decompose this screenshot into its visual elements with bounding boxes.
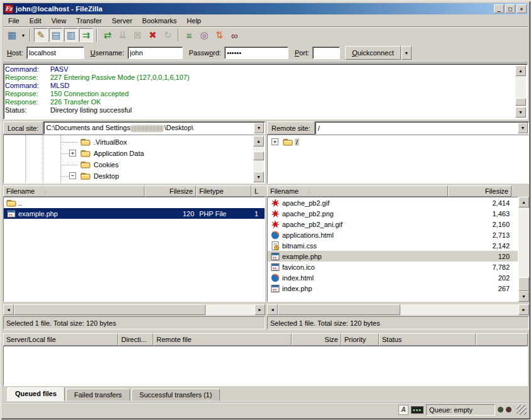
menu-edit[interactable]: Edit xyxy=(25,16,47,26)
remote-site-pane: Remote site: / ▼ +/ xyxy=(267,121,529,184)
tab-failed-transfers[interactable]: Failed transfers xyxy=(66,389,130,401)
remote-file-list: Filename▵Filesize apache_pb2.gif2,414apa… xyxy=(267,185,529,329)
file-row-applications-html[interactable]: applications.html2,713 xyxy=(268,229,518,240)
column-header-filename[interactable]: Filename▵ xyxy=(267,185,448,197)
column-header-filetype[interactable]: Filetype xyxy=(196,185,251,197)
local-site-dropdown-icon[interactable]: ▼ xyxy=(254,123,264,133)
remote-tree-root[interactable]: +/ xyxy=(269,136,527,148)
queue-column-status[interactable]: Status xyxy=(379,333,476,346)
collapse-icon[interactable]: − xyxy=(69,172,76,179)
local-list-hscrollbar[interactable]: ◄ ► xyxy=(3,304,265,315)
title-bar[interactable]: Fz john@localhost - FileZilla _ □ ✕ xyxy=(3,3,528,14)
minimize-button[interactable]: _ xyxy=(494,4,504,13)
folder-icon xyxy=(80,137,90,147)
file-row-bitnami-css[interactable]: bitnami.css2,142 xyxy=(268,240,518,251)
file-row--[interactable]: .. xyxy=(4,197,265,208)
queue-column-directi-[interactable]: Directi... xyxy=(118,333,153,346)
close-button[interactable]: ✕ xyxy=(517,4,527,13)
column-header-filesize[interactable]: Filesize xyxy=(448,185,512,197)
local-file-rows[interactable]: ..example.php120PHP File1 xyxy=(3,197,265,302)
toggle-queue-icon[interactable]: ⇉ xyxy=(79,28,93,42)
folder-icon xyxy=(80,148,90,158)
php-file-icon xyxy=(270,284,280,294)
file-row-example-php[interactable]: example.php120 xyxy=(268,251,518,262)
queue-tabs: Queued filesFailed transfersSuccessful t… xyxy=(3,387,528,402)
datatype-ascii-icon[interactable]: A xyxy=(398,405,408,415)
file-row-apache-pb2-ani-gif[interactable]: apache_pb2_ani.gif2,160 xyxy=(268,219,518,229)
remote-directory-tree[interactable]: +/ xyxy=(267,135,529,184)
queue-header: Server/Local fileDirecti...Remote fileSi… xyxy=(3,333,528,346)
username-input[interactable] xyxy=(128,47,183,59)
folder-icon xyxy=(80,160,90,170)
toggle-remote-tree-icon[interactable]: ▥ xyxy=(64,28,78,42)
quickconnect-dropdown[interactable]: ▼ xyxy=(402,46,412,60)
filter-icon[interactable]: ≡ xyxy=(182,28,196,42)
compare-icon[interactable]: ◎ xyxy=(197,28,211,42)
queue-column-server-local-file[interactable]: Server/Local file xyxy=(3,333,118,346)
folder-icon xyxy=(80,171,90,181)
image-file-icon xyxy=(270,219,280,229)
expand-icon[interactable]: + xyxy=(271,138,278,145)
remote-site-label: Remote site: xyxy=(267,121,315,135)
find-files-icon[interactable]: ∞ xyxy=(227,28,241,42)
column-header-filename[interactable]: Filename▵ xyxy=(3,185,145,197)
maximize-button[interactable]: □ xyxy=(505,4,515,13)
file-row-example-php[interactable]: example.php120PHP File1 xyxy=(4,208,265,219)
tree-item-desktop[interactable]: −Desktop xyxy=(4,170,253,182)
menu-bookmarks[interactable]: Bookmarks xyxy=(137,16,182,26)
toggle-local-tree-icon[interactable]: ▤ xyxy=(49,28,63,42)
remote-site-combobox[interactable]: / ▼ xyxy=(315,121,529,135)
password-input[interactable] xyxy=(224,47,288,59)
local-status-text: Selected 1 file. Total size: 120 bytes xyxy=(3,316,265,329)
tree-item--virtualbox[interactable]: .VirtualBox xyxy=(4,136,253,148)
menu-server[interactable]: Server xyxy=(107,16,137,26)
menu-view[interactable]: View xyxy=(47,16,72,26)
queue-column-priority[interactable]: Priority xyxy=(341,333,379,346)
tree-item-application-data[interactable]: +Application Data xyxy=(4,148,253,159)
tab-queued-files[interactable]: Queued files xyxy=(7,387,65,401)
remote-list-scrollbar[interactable]: ▲ ▼ xyxy=(518,197,529,302)
expand-icon[interactable]: + xyxy=(69,150,76,157)
toolbar-separator xyxy=(96,29,97,41)
menu-help[interactable]: Help xyxy=(182,16,206,26)
tab-successful-transfers-1-[interactable]: Successful transfers (1) xyxy=(131,389,221,401)
site-manager-icon[interactable]: ▦ xyxy=(5,28,19,42)
quickconnect-button[interactable]: Quickconnect xyxy=(345,46,401,60)
toggle-log-icon[interactable]: ✎ xyxy=(34,28,48,42)
menu-file[interactable]: File xyxy=(3,16,25,26)
refresh-icon[interactable]: ⇄ xyxy=(101,28,114,42)
remote-site-dropdown-icon[interactable]: ▼ xyxy=(518,123,528,133)
site-manager-icon-dropdown[interactable]: ▼ xyxy=(19,28,27,42)
speed-limits-icon[interactable]: ▪▪▪ xyxy=(411,406,424,414)
resize-grip[interactable] xyxy=(517,405,527,415)
host-input[interactable] xyxy=(26,47,84,59)
reconnect-icon[interactable]: ↻ xyxy=(161,28,175,42)
local-directory-tree[interactable]: .VirtualBox+Application DataCookies−Desk… xyxy=(3,135,265,184)
folder-icon xyxy=(283,137,293,147)
file-row-apache-pb2-gif[interactable]: apache_pb2.gif2,414 xyxy=(268,197,518,208)
menu-transfer[interactable]: Transfer xyxy=(71,16,107,26)
process-queue-icon[interactable]: ⇊ xyxy=(116,28,129,42)
php-file-icon xyxy=(270,262,280,272)
remote-file-rows[interactable]: apache_pb2.gif2,414apache_pb2.png1,463ap… xyxy=(267,197,518,302)
file-row-favicon-ico[interactable]: favicon.ico7,782 xyxy=(268,262,518,272)
column-header-filesize[interactable]: Filesize xyxy=(145,185,196,197)
log-scrollbar[interactable]: ▲ ▼ xyxy=(515,65,526,118)
local-tree-scrollbar[interactable]: ▲ ▼ xyxy=(253,136,264,182)
quickconnect-bar: Host: Username: Password: Port: Quickcon… xyxy=(3,44,528,62)
disconnect-icon[interactable]: ✖ xyxy=(146,28,160,42)
tree-item-cookies[interactable]: Cookies xyxy=(4,159,253,170)
port-input[interactable] xyxy=(312,47,340,59)
redacted-username xyxy=(131,125,163,132)
file-row-apache-pb2-png[interactable]: apache_pb2.png1,463 xyxy=(268,208,518,219)
file-row-index-php[interactable]: index.php267 xyxy=(268,283,518,294)
queue-list[interactable] xyxy=(3,346,528,386)
local-site-combobox[interactable]: C:\Documents and Settings\Desktop\ ▼ xyxy=(43,121,265,135)
sync-browsing-icon[interactable]: ⇅ xyxy=(212,28,226,42)
cancel-icon[interactable]: ⊠ xyxy=(131,28,145,42)
queue-column-remote-file[interactable]: Remote file xyxy=(153,333,292,346)
file-row-index-html[interactable]: index.html202 xyxy=(268,272,518,283)
image-file-icon xyxy=(270,198,280,208)
queue-column-size[interactable]: Size xyxy=(292,333,341,346)
remote-list-hscrollbar[interactable]: ◄ ► xyxy=(267,304,529,315)
